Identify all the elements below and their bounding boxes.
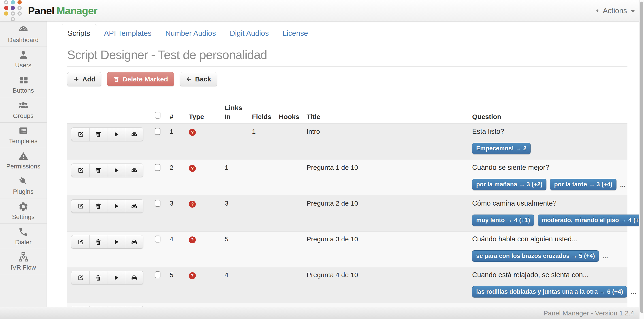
- delete-row-button[interactable]: [89, 200, 107, 212]
- delete-row-button[interactable]: [89, 164, 107, 177]
- row-links-in: 1: [222, 163, 249, 196]
- row-checkbox[interactable]: [155, 164, 160, 171]
- row-question: Cómo camina usualmente?: [472, 199, 628, 208]
- car-icon: [131, 131, 138, 138]
- more-answers-ellipsis: ...: [620, 180, 626, 189]
- question-circle-icon: [189, 129, 196, 136]
- edit-button[interactable]: [72, 235, 89, 248]
- trash-icon: [95, 167, 102, 174]
- tab-license[interactable]: License: [276, 24, 315, 42]
- row-checkbox[interactable]: [155, 128, 160, 135]
- add-button[interactable]: Add: [67, 72, 101, 86]
- tab-digit-audios[interactable]: Digit Audios: [223, 24, 276, 42]
- test-drive-button[interactable]: [125, 235, 143, 248]
- tab-number-audios[interactable]: Number Audios: [158, 24, 223, 42]
- edit-button[interactable]: [72, 128, 89, 141]
- column-header-type[interactable]: Type: [186, 112, 222, 121]
- row-links-in: [222, 127, 249, 160]
- sidebar-item-users[interactable]: Users: [0, 47, 46, 72]
- list-icon: [18, 126, 29, 136]
- warning-icon: [18, 151, 29, 161]
- question-circle-icon: [189, 165, 196, 172]
- row-title: Pregunta 1 de 10: [304, 163, 470, 196]
- answer-link-button[interactable]: por la tarde → 3 (+4): [550, 179, 616, 190]
- row-action-group: [71, 235, 143, 248]
- answer-link-button[interactable]: Empecemos! → 2: [472, 143, 530, 154]
- answer-buttons: muy lento → 4 (+1)moderado, mirando al p…: [472, 214, 628, 226]
- test-drive-button[interactable]: [125, 271, 143, 284]
- answer-link-button[interactable]: moderado, mirando al piso → 4 (+2): [538, 214, 644, 226]
- more-answers-ellipsis: ...: [630, 288, 636, 296]
- gear-icon: [18, 201, 29, 212]
- answer-link-button[interactable]: se para con los brazos cruzados → 5 (+4): [472, 250, 599, 262]
- delete-row-button[interactable]: [89, 128, 107, 141]
- scrollbar-thumb[interactable]: [640, 2, 643, 313]
- sidebar-item-plugins[interactable]: Plugins: [0, 173, 46, 198]
- sidebar-item-dialer[interactable]: Dialer: [0, 224, 46, 249]
- page-title: Script Designer - Test de personalidad: [67, 48, 628, 62]
- sidebar-item-settings[interactable]: Settings: [0, 198, 46, 224]
- sidebar-item-buttons[interactable]: Buttons: [0, 72, 46, 97]
- row-title: Intro: [304, 127, 470, 160]
- sidebar-item-ivr-flow[interactable]: IVR Flow: [0, 249, 46, 274]
- tab-api-templates[interactable]: API Templates: [97, 24, 158, 42]
- answer-link-button[interactable]: las rodillas dobladas y juntas una a la …: [472, 286, 627, 298]
- row-checkbox[interactable]: [155, 200, 160, 207]
- toolbar: Add Delete Marked Back: [67, 72, 628, 86]
- play-button[interactable]: [107, 235, 125, 248]
- row-checkbox[interactable]: [155, 271, 160, 278]
- sidebar-item-permissions[interactable]: Permissions: [0, 148, 46, 173]
- row-action-group: [71, 199, 143, 213]
- answer-link-button[interactable]: por la mañana → 3 (+2): [472, 179, 546, 190]
- delete-marked-button[interactable]: Delete Marked: [107, 72, 174, 86]
- row-checkbox[interactable]: [155, 236, 160, 242]
- row-title: Pregunta 4 de 10: [304, 270, 470, 303]
- column-header-number[interactable]: #: [167, 112, 186, 121]
- page-scrollbar[interactable]: [639, 0, 644, 319]
- answer-link-button[interactable]: muy lento → 4 (+1): [472, 214, 534, 226]
- table-row: 3 3 Pregunta 2 de 10 Cómo camina usualme…: [67, 196, 628, 231]
- play-icon: [113, 238, 120, 246]
- play-button[interactable]: [107, 200, 125, 212]
- test-drive-button[interactable]: [125, 200, 143, 212]
- sidebar-item-label: Templates: [9, 138, 38, 145]
- select-all-checkbox[interactable]: [155, 112, 160, 118]
- row-fields: 1: [249, 127, 276, 160]
- column-header-hooks[interactable]: Hooks: [276, 112, 304, 121]
- sidebar-item-templates[interactable]: Templates: [0, 122, 46, 148]
- column-header-question[interactable]: Question: [470, 112, 628, 121]
- row-links-in: 3: [222, 199, 249, 231]
- delete-row-button[interactable]: [89, 235, 107, 248]
- edit-icon: [77, 203, 84, 210]
- caret-down-icon: [630, 10, 635, 12]
- tab-scripts[interactable]: Scripts: [61, 24, 97, 42]
- edit-icon: [77, 131, 84, 138]
- actions-label: Actions: [603, 6, 627, 15]
- edit-button[interactable]: [72, 200, 89, 212]
- sidebar-item-label: Settings: [12, 214, 34, 220]
- sidebar: Dashboard Users Buttons Groups Templates…: [0, 22, 47, 319]
- play-button[interactable]: [107, 128, 125, 141]
- edit-button[interactable]: [72, 271, 89, 284]
- sidebar-item-dashboard[interactable]: Dashboard: [0, 22, 46, 47]
- play-button[interactable]: [107, 271, 125, 284]
- row-number: 4: [167, 235, 186, 267]
- play-button[interactable]: [107, 164, 125, 177]
- brand-primary: Panel: [28, 5, 54, 16]
- actions-dropdown[interactable]: Actions: [595, 6, 635, 15]
- test-drive-button[interactable]: [125, 164, 143, 177]
- play-icon: [113, 131, 120, 138]
- back-button[interactable]: Back: [180, 72, 217, 86]
- column-header-fields[interactable]: Fields: [249, 112, 276, 121]
- row-action-group: [71, 271, 143, 284]
- car-icon: [131, 238, 138, 246]
- edit-button[interactable]: [72, 164, 89, 177]
- delete-row-button[interactable]: [89, 271, 107, 284]
- row-title: Pregunta 2 de 10: [304, 199, 470, 231]
- sidebar-item-groups[interactable]: Groups: [0, 97, 46, 122]
- trash-icon: [113, 76, 120, 82]
- column-header-title[interactable]: Title: [304, 112, 470, 121]
- column-header-links-in[interactable]: Links In: [222, 103, 249, 121]
- row-action-group: [71, 128, 143, 141]
- test-drive-button[interactable]: [125, 128, 143, 141]
